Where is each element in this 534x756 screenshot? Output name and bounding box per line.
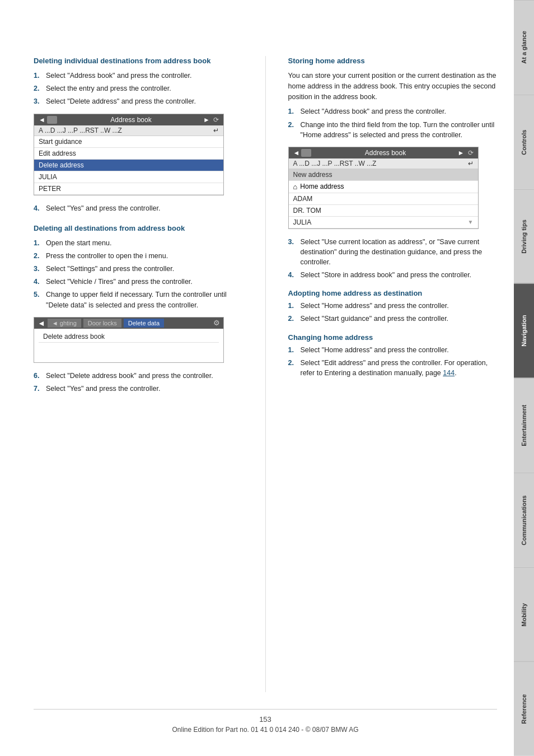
device-row-selected: Delete address <box>34 160 223 171</box>
device-row-new-address: New address <box>289 169 478 181</box>
delete-individual-steps: 1. Select "Address book" and press the c… <box>34 71 243 106</box>
sidebar: At a glance Controls Driving tips Naviga… <box>514 0 534 756</box>
list-item: 4. Select "Store in address book" and pr… <box>288 270 498 280</box>
scroll-indicator: ▼ <box>468 219 474 225</box>
column-divider <box>265 56 266 692</box>
device-row-julia: JULIA ▼ <box>289 217 478 228</box>
delete-address-book-row: Delete address book <box>39 331 219 343</box>
section-delete-all-title: Deleting all destinations from address b… <box>34 223 243 234</box>
right-arrow-icon: ► <box>458 149 465 157</box>
section-delete-individual: Deleting individual destinations from ad… <box>34 56 243 107</box>
list-item: 6. Select "Delete address book" and pres… <box>34 371 243 381</box>
page-link-144[interactable]: 144 <box>443 369 455 377</box>
changing-home-steps: 1. Select "Home address" and press the c… <box>288 345 498 378</box>
address-book-device-mockup-2: ◄ Address book ► ⟳ A ...D ...J ...P ...R… <box>288 147 479 229</box>
sidebar-tab-mobility[interactable]: Mobility <box>514 567 534 662</box>
delete-all-steps: 1. Open the start menu. 2. Press the con… <box>34 238 243 310</box>
storing-home-steps: 1. Select "Address book" and press the c… <box>288 106 498 139</box>
back-arrow-icon: ◄ <box>38 319 45 328</box>
list-item: 3. Select "Delete address" and press the… <box>34 96 243 106</box>
list-item: 2. Select the entry and press the contro… <box>34 83 243 94</box>
device-header-2: ◄ Address book ► ⟳ <box>289 147 478 158</box>
device-row: DR. TOM <box>289 205 478 217</box>
settings-icon: ⚙ <box>213 319 220 327</box>
left-column: Deleting individual destinations from ad… <box>34 56 243 692</box>
list-item: 5. Change to upper field if necessary. T… <box>34 290 243 310</box>
device-subheader-2: A ...D ...J ...P ...RST ..W ...Z ↵ <box>289 158 478 169</box>
device-header-text: Address book <box>313 149 457 157</box>
page-number: 153 <box>34 715 497 724</box>
home-icon: ⌂ <box>293 183 298 191</box>
sidebar-tab-entertainment[interactable]: Entertainment <box>514 378 534 473</box>
device-body-1: Start guidance Edit address Delete addre… <box>34 136 223 195</box>
back-arrow-icon: ↵ <box>468 160 474 167</box>
device-row: Edit address <box>34 148 223 160</box>
settings-icon: ⟳ <box>213 116 219 124</box>
list-item: 1. Select "Home address" and press the c… <box>288 301 498 311</box>
device-row: PETER <box>34 183 223 195</box>
tab-ghting: ◄ ghting <box>48 319 81 328</box>
right-arrow-icon: ► <box>203 116 210 124</box>
list-item: 3. Select "Settings" and press the contr… <box>34 264 243 274</box>
section-adopting-home: Adopting home address as destination 1. … <box>288 289 498 324</box>
tab-deletedata: Delete data <box>124 319 164 328</box>
list-item: 4. Select "Yes" and press the controller… <box>34 203 243 213</box>
sidebar-tab-communications[interactable]: Communications <box>514 473 534 567</box>
device-header-text: Address book <box>59 116 203 124</box>
section-storing-home-title: Storing home address <box>288 56 498 66</box>
sidebar-tab-controls[interactable]: Controls <box>514 95 534 189</box>
delete-data-device-mockup: ◄ ◄ ghting Door locks Delete data ⚙ Dele… <box>34 317 224 363</box>
nav-icon <box>301 149 311 157</box>
device-header-1: ◄ Address book ► ⟳ <box>34 114 223 125</box>
right-column: Storing home address You can store your … <box>288 56 498 692</box>
footer-text: Online Edition for Part no. 01 41 0 014 … <box>34 726 497 734</box>
sidebar-tab-navigation[interactable]: Navigation <box>514 283 534 378</box>
sidebar-tab-at-a-glance[interactable]: At a glance <box>514 0 534 95</box>
storing-home-steps-cont: 3. Select "Use current location as addre… <box>288 237 498 281</box>
list-item: 7. Select "Yes" and press the controller… <box>34 384 243 394</box>
left-arrow-icon: ◄ <box>39 116 45 124</box>
list-item: 2. Select "Edit address" and press the c… <box>288 358 498 378</box>
delete-individual-step4: 4. Select "Yes" and press the controller… <box>34 203 243 213</box>
section-delete-all: Deleting all destinations from address b… <box>34 223 243 310</box>
nav-icon <box>47 116 57 124</box>
device-row: ADAM <box>289 193 478 205</box>
list-item: 1. Select "Address book" and press the c… <box>34 71 243 81</box>
adopting-home-steps: 1. Select "Home address" and press the c… <box>288 301 498 324</box>
list-item: 4. Select "Vehicle / Tires" and press th… <box>34 277 243 287</box>
page-footer: 153 Online Edition for Part no. 01 41 0 … <box>34 709 497 734</box>
sidebar-tab-reference[interactable]: Reference <box>514 661 534 756</box>
left-arrow-icon: ◄ <box>293 149 300 157</box>
device-row-home-address: ⌂ Home address <box>289 181 478 193</box>
section-changing-home: Changing home address 1. Select "Home ad… <box>288 333 498 378</box>
address-book-device-mockup-1: ◄ Address book ► ⟳ A ...D ...J ...P ...R… <box>34 114 224 195</box>
tab-doorlocks: Door locks <box>83 319 121 328</box>
list-item: 1. Open the start menu. <box>34 238 243 248</box>
section-storing-home: Storing home address You can store your … <box>288 56 498 140</box>
section-delete-individual-title: Deleting individual destinations from ad… <box>34 56 243 66</box>
list-item: 1. Select "Home address" and press the c… <box>288 345 498 355</box>
device-subheader-1: A ...D ...J ...P ...RST ..W ...Z ↵ <box>34 125 223 136</box>
delete-device-header: ◄ ◄ ghting Door locks Delete data ⚙ <box>34 318 223 329</box>
back-arrow-icon: ↵ <box>213 127 219 134</box>
device-row: JULIA <box>34 171 223 183</box>
section-changing-home-title: Changing home address <box>288 333 498 342</box>
section-adopting-home-title: Adopting home address as destination <box>288 289 498 297</box>
list-item: 2. Press the controller to open the i me… <box>34 251 243 261</box>
storing-home-body: You can store your current position or t… <box>288 71 498 102</box>
sidebar-tab-driving-tips[interactable]: Driving tips <box>514 189 534 284</box>
settings-icon: ⟳ <box>468 149 474 157</box>
device-body-2: New address ⌂ Home address ADAM DR. TOM … <box>289 169 478 228</box>
list-item: 3. Select "Use current location as addre… <box>288 237 498 267</box>
list-item: 1. Select "Address book" and press the c… <box>288 106 498 116</box>
delete-all-steps-cont: 6. Select "Delete address book" and pres… <box>34 371 243 394</box>
delete-device-content: Delete address book <box>34 329 223 362</box>
device-row: Start guidance <box>34 136 223 148</box>
list-item: 2. Select "Start guidance" and press the… <box>288 314 498 324</box>
list-item: 2. Change into the third field from the … <box>288 120 498 140</box>
